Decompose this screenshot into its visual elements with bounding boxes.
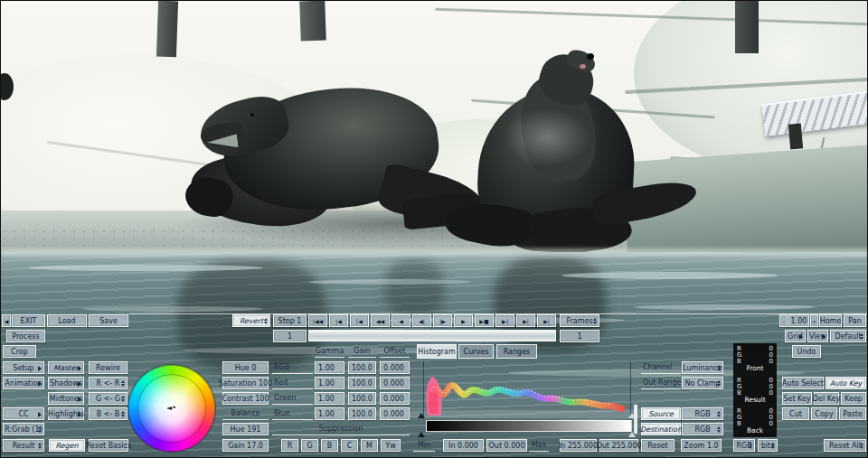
paste-button[interactable]: Paste <box>839 407 866 420</box>
spinner-icon[interactable] <box>37 440 42 451</box>
destination-space-dropdown[interactable]: RGB <box>682 423 723 435</box>
auto-select-button[interactable]: Auto Select <box>782 377 824 389</box>
zoom-in-button[interactable]: + <box>810 314 818 327</box>
hue2-button[interactable]: Hue 191 <box>222 423 269 435</box>
suppress-yw-button[interactable]: Yw <box>381 439 401 452</box>
blue-gamma-field[interactable]: 1.00 <box>315 407 344 420</box>
range-in-marker[interactable] <box>418 413 425 418</box>
in-low-field[interactable]: In 0.000 <box>443 439 484 452</box>
spinner-icon[interactable] <box>748 440 753 451</box>
load-button[interactable]: Load <box>47 314 87 327</box>
transport-goto-end-button[interactable]: ▶| <box>537 314 556 327</box>
spinner-icon[interactable] <box>716 408 722 419</box>
green-gain-field[interactable]: 100.0 <box>348 392 376 405</box>
spinner-icon[interactable] <box>770 440 776 451</box>
reset-basics-button[interactable]: Reset Basics <box>89 439 128 452</box>
view-button[interactable]: View <box>807 330 828 342</box>
transport-play-button[interactable]: ▶ <box>454 314 473 327</box>
blue-offset-field[interactable]: 0.000 <box>380 407 410 420</box>
process-button[interactable]: Process <box>6 330 45 342</box>
red-offset-field[interactable]: 0.000 <box>380 377 410 389</box>
cut-button[interactable]: Cut <box>782 407 809 420</box>
transport-goto-start-button[interactable]: |◀◀ <box>308 314 327 327</box>
meter-bits-button[interactable]: bits <box>758 439 778 452</box>
rgb-gamma-field[interactable]: 1.00 <box>315 361 344 374</box>
frames-button[interactable]: Frames <box>560 314 599 327</box>
exit-button[interactable]: EXIT <box>12 314 45 327</box>
grid-button[interactable]: Grid <box>785 330 806 342</box>
transport-play-back-button[interactable]: ◀ <box>392 314 410 327</box>
keep-button[interactable]: Keep <box>841 392 866 405</box>
zoom-out-button[interactable]: - <box>779 314 788 327</box>
meter-rgb-button[interactable]: RGB <box>733 439 755 452</box>
transport-play-stop-button[interactable]: ▶■ <box>475 314 494 327</box>
suppress-m-button[interactable]: M <box>361 439 378 452</box>
spinner-icon[interactable] <box>263 315 269 326</box>
suppress-g-button[interactable]: G <box>301 439 318 452</box>
hist-zoom-button[interactable]: Zoom 1.0 <box>681 439 722 452</box>
suppress-b-button[interactable]: B <box>321 439 338 452</box>
del-key-button[interactable]: Del Key <box>814 392 839 405</box>
range-out-marker-right[interactable] <box>628 432 636 437</box>
range-in-marker-right[interactable] <box>628 413 636 418</box>
source-button[interactable]: Source <box>641 407 681 420</box>
out-range-dropdown[interactable]: No Clamp <box>682 377 723 389</box>
green-map-button[interactable]: G <- G <box>89 392 127 405</box>
contrast-button[interactable]: Contrast 100 <box>222 392 269 405</box>
frames-value-field[interactable]: 1 <box>560 330 599 342</box>
setup-button[interactable]: Setup <box>3 361 44 374</box>
crop-button[interactable]: Crop <box>3 345 36 358</box>
shadows-button[interactable]: Shadows <box>48 377 84 389</box>
step-button[interactable]: Step 1 <box>273 314 307 327</box>
spinner-icon[interactable] <box>120 378 126 388</box>
panel-back-button[interactable]: ◀ <box>2 314 11 327</box>
spinner-icon[interactable] <box>592 315 598 326</box>
range-out-marker[interactable] <box>418 432 425 437</box>
auto-key-button[interactable]: Auto Key <box>826 377 866 389</box>
transport-in-point-button[interactable]: [◀ <box>350 314 369 327</box>
cc-button[interactable]: CC <box>3 407 44 420</box>
suppress-c-button[interactable]: C <box>341 439 358 452</box>
color-wheel-cursor-icon[interactable]: ◄• <box>166 405 174 412</box>
red-gain-field[interactable]: 100.0 <box>348 377 376 389</box>
reset-all-button[interactable]: Reset All <box>824 439 866 452</box>
rewire-button[interactable]: Rewire <box>89 361 127 374</box>
in-high-field[interactable]: In 255.000 <box>560 439 597 452</box>
red-gamma-field[interactable]: 1.00 <box>315 377 344 389</box>
transport-rewind-button[interactable]: ◀◀ <box>371 314 390 327</box>
transport-next-key-button[interactable]: ▶| <box>516 314 535 327</box>
master-button[interactable]: Master <box>48 361 84 374</box>
blue-gain-field[interactable]: 100.0 <box>348 407 376 420</box>
rgb-gain-field[interactable]: 100.0 <box>348 361 376 374</box>
green-gamma-field[interactable]: 1.00 <box>315 392 344 405</box>
green-offset-field[interactable]: 0.000 <box>380 392 410 405</box>
gain-button[interactable]: Gain 17.0 <box>222 439 269 452</box>
result-button[interactable]: Result <box>3 439 44 452</box>
histogram-gradient-bar[interactable] <box>426 420 632 432</box>
spinner-icon[interactable] <box>120 393 126 404</box>
transport-step-back-button[interactable]: ◀| <box>412 314 431 327</box>
tab-ranges[interactable]: Ranges <box>496 344 537 359</box>
copy-button[interactable]: Copy <box>811 407 837 420</box>
destination-button[interactable]: Destination <box>641 423 681 435</box>
timeline-scrub-bar[interactable] <box>308 330 556 341</box>
spinner-icon[interactable] <box>716 362 722 373</box>
channel-dropdown[interactable]: Luminance <box>682 361 723 374</box>
rgb-offset-field[interactable]: 0.000 <box>380 361 410 374</box>
blue-map-button[interactable]: B <- B <box>89 407 127 420</box>
spinner-icon[interactable] <box>716 378 722 388</box>
spinner-icon[interactable] <box>859 331 864 341</box>
animation-button[interactable]: Animation <box>3 377 44 389</box>
transport-prev-key-button[interactable]: |◀ <box>329 314 348 327</box>
set-key-button[interactable]: Set Key <box>782 392 812 405</box>
tab-curves[interactable]: Curves <box>458 344 494 359</box>
saturation-button[interactable]: Saturation 100 <box>222 377 269 389</box>
save-button[interactable]: Save <box>89 314 128 327</box>
zoom-value-field[interactable]: 1.00 <box>788 314 809 327</box>
histogram-scroll-strip[interactable] <box>634 405 637 434</box>
transport-out-point-button[interactable]: ▶] <box>495 314 514 327</box>
transport-step-fwd-button[interactable]: |▶ <box>433 314 452 327</box>
pan-button[interactable]: Pan <box>844 314 866 327</box>
tab-histogram[interactable]: Histogram <box>417 344 457 359</box>
red-map-button[interactable]: R <- R <box>89 377 127 389</box>
